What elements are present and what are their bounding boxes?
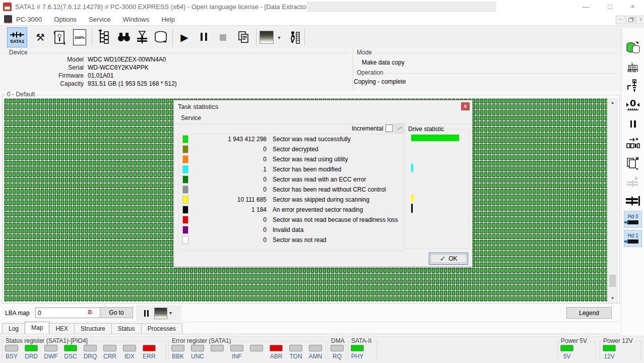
led-label: AMN [309, 353, 323, 360]
led-cell: AMN [309, 345, 322, 360]
device-field-row: Firmware01.01A01 [4, 72, 350, 80]
legend-button[interactable]: Legend [566, 307, 612, 319]
mdi-restore-button[interactable] [626, 16, 635, 24]
stat-row: 0Sector was not read because of readines… [178, 215, 403, 225]
mdi-minimize-button[interactable]: — [616, 16, 625, 24]
map-scrollbar[interactable]: ▲ ▼ [608, 98, 618, 303]
menu-item-pc-3000[interactable]: PC-3000 [16, 16, 42, 23]
start-button[interactable]: ▶ [174, 27, 195, 47]
drive-stat-bar [411, 164, 413, 172]
minimize-button[interactable]: — [574, 0, 597, 14]
tab-hex[interactable]: HEX [49, 323, 75, 334]
tab-structure[interactable]: Structure [74, 323, 112, 334]
stat-count: 1 [188, 166, 267, 173]
tab-log[interactable]: Log [2, 323, 25, 334]
pause-icon [629, 120, 637, 129]
dialog-close-button[interactable]: x [461, 102, 470, 110]
led-cell: DWF [44, 345, 57, 360]
info-panel: Device ModelWDC WD10EZEX-00WN4A0SerialWD… [0, 48, 644, 91]
dialog-menu-service[interactable]: Service [181, 114, 201, 122]
led-cell: CRR [103, 345, 116, 360]
delete-copy-button[interactable] [624, 154, 642, 171]
skip-sectors-button[interactable] [624, 135, 642, 152]
script-button[interactable] [49, 27, 70, 47]
power12v-group: Power 12V12V [600, 337, 641, 361]
led-indicator-drd [25, 345, 38, 351]
led-cell: DSC [64, 345, 77, 360]
copy-pages-button[interactable] [234, 27, 254, 47]
hard-drive-icon [627, 220, 638, 224]
map-preview-icon[interactable] [154, 308, 167, 319]
tab-map[interactable]: Map [25, 322, 49, 334]
scrollbar-thumb[interactable] [609, 275, 616, 287]
map-preview-icon [260, 31, 274, 44]
led-indicator-err [143, 345, 156, 351]
led-indicator-dsc [64, 345, 77, 351]
process-monitor-button[interactable] [284, 27, 304, 47]
structure-tree-button[interactable] [94, 27, 114, 47]
reset-counter-button[interactable]: 1↓ 000 RESET [624, 58, 642, 76]
map-preview-button[interactable] [258, 27, 275, 47]
lba-input[interactable] [35, 308, 108, 318]
data-copy-button[interactable] [624, 39, 642, 56]
stat-row: 1 184An error prevented sector reading [178, 205, 403, 215]
close-button[interactable]: × [621, 0, 644, 14]
head-test-button[interactable] [624, 78, 642, 95]
led-indicator-dwf [44, 345, 57, 351]
device-field-row: ModelWDC WD10EZEX-00WN4A0 [4, 55, 350, 64]
menu-item-service[interactable]: Service [89, 16, 110, 23]
menu-item-windows[interactable]: Windows [122, 16, 149, 23]
heads-counter-button[interactable]: 0 [624, 97, 642, 114]
sata1-port-button[interactable]: SATA1 [7, 27, 27, 47]
led-cell: DRQ [84, 345, 97, 360]
chevron-down-icon[interactable]: ▾ [169, 310, 172, 316]
edit-button[interactable] [395, 124, 404, 133]
filter-button[interactable] [132, 27, 152, 47]
scroll-up-icon[interactable]: ▲ [609, 99, 616, 107]
decimal-mode-icon[interactable]: D↓ [87, 309, 95, 316]
stat-label: Sector has been read without CRC control [273, 186, 386, 193]
menu-item-help[interactable]: Help [161, 16, 175, 23]
map-pause-icon[interactable] [143, 310, 149, 319]
pause-icon [199, 33, 208, 42]
side-toolbar: 1↓ 000 RESET 0 Hd 0 Hd 1 [623, 28, 644, 333]
map-preview-dropdown[interactable]: ▾ [275, 27, 283, 47]
reset-counter-icon: 1↓ 000 RESET [627, 62, 638, 73]
resume-filter-button[interactable] [624, 173, 642, 191]
led-indicator-bsy [5, 345, 18, 351]
scroll-down-icon[interactable]: ▼ [609, 294, 616, 302]
restore-icon [628, 18, 633, 22]
led-label: TON [289, 353, 302, 360]
led-label: 5V [563, 353, 571, 360]
menu-item-options[interactable]: Options [54, 16, 77, 23]
stat-color-swatch [182, 216, 188, 224]
pause-button[interactable] [194, 27, 214, 47]
utilities-button[interactable]: ⚒ [30, 27, 50, 47]
divider [621, 28, 621, 333]
incremental-checkbox[interactable] [385, 125, 393, 132]
stat-row: 0Sector decrypted [178, 144, 403, 154]
search-button[interactable] [114, 27, 134, 47]
stop-button[interactable] [213, 27, 233, 47]
tab-processes[interactable]: Processes [141, 323, 182, 334]
led-label: IDX [124, 353, 135, 360]
divider [353, 48, 353, 91]
pause-task-button[interactable] [624, 116, 642, 133]
hd1-button[interactable]: Hd 1 [624, 230, 642, 247]
ok-button[interactable]: ✓ OK [429, 253, 468, 265]
stat-label: An error prevented sector reading [273, 206, 363, 213]
hd0-button[interactable]: Hd 0 [624, 211, 642, 228]
mdi-close-button[interactable]: x [636, 16, 644, 24]
stat-color-swatch [182, 145, 188, 153]
merge-filter-button[interactable] [624, 193, 642, 210]
lba-bar: LBA map D↓ Go to ▾ Legend [0, 305, 620, 322]
led-cell: BBK [171, 345, 184, 360]
percent-view-button[interactable]: 100% [70, 27, 90, 47]
status-bar: Status register (SATA1)-[PIO4]BSYDRDDWFD… [0, 336, 644, 363]
statistics-list: 1 943 412 298Sector was read successfull… [178, 134, 404, 251]
stat-label: Invalid data [273, 226, 303, 233]
goto-button[interactable]: Go to [100, 307, 133, 318]
maximize-button[interactable]: □ [599, 0, 621, 14]
tab-status[interactable]: Status [111, 323, 142, 334]
database-button[interactable] [151, 27, 171, 47]
